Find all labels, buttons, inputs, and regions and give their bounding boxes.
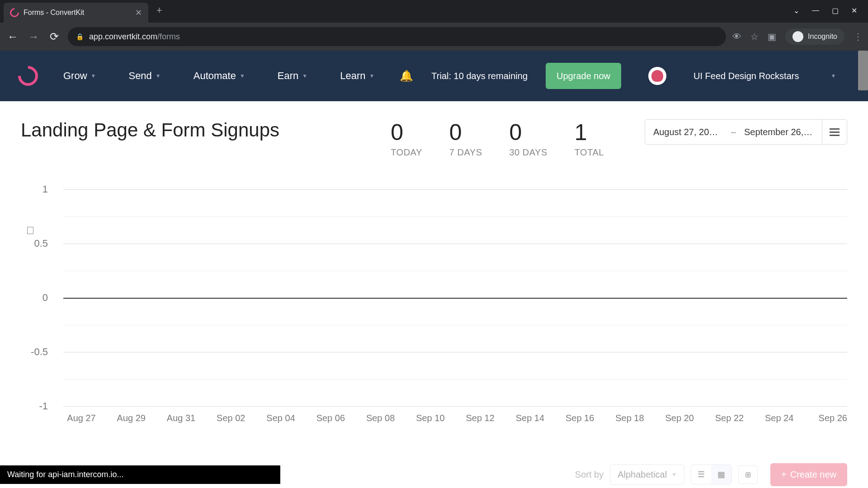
chevron-down-icon: ▼ <box>156 73 161 79</box>
x-tick: Sep 22 <box>711 413 747 423</box>
kebab-menu-icon[interactable]: ⋮ <box>854 31 863 42</box>
nav-learn[interactable]: Learn▼ <box>333 70 382 82</box>
x-tick: Aug 31 <box>163 413 199 423</box>
address-bar: ← → ⟳ 🔒 app.convertkit.com/forms 👁 ☆ ▣ 🕶… <box>0 23 868 51</box>
x-tick: Aug 29 <box>113 413 149 423</box>
back-button[interactable]: ← <box>5 30 20 43</box>
address-bar-right: 👁 ☆ ▣ 🕶 Incognito ⋮ <box>732 28 863 45</box>
x-tick: Sep 16 <box>562 413 598 423</box>
maximize-icon[interactable]: ▢ <box>832 6 839 15</box>
incognito-badge[interactable]: 🕶 Incognito <box>785 28 844 45</box>
chevron-down-icon: ▼ <box>671 471 677 478</box>
star-icon[interactable]: ☆ <box>750 31 759 42</box>
bell-icon[interactable]: 🔔 <box>400 70 413 82</box>
bottom-bar: Waiting for api-iam.intercom.io... Sort … <box>0 461 868 488</box>
new-tab-button[interactable]: + <box>148 5 170 16</box>
lock-icon: 🔒 <box>76 33 84 40</box>
chevron-down-icon: ▼ <box>91 73 96 79</box>
y-axis: 1 0.5 0 -0.5 -1 <box>21 189 57 406</box>
x-tick: Sep 20 <box>661 413 698 423</box>
x-tick: Sep 08 <box>363 413 399 423</box>
sort-label: Sort by <box>575 469 604 480</box>
view-toggle: ☰ ▦ <box>691 465 732 484</box>
chevron-down-icon[interactable]: ⌄ <box>793 6 799 15</box>
page-title: Landing Page & Form Signups <box>21 119 279 141</box>
logo-icon[interactable] <box>14 62 42 90</box>
stat-30days: 0 30 DAYS <box>509 119 547 158</box>
x-tick: Sep 10 <box>412 413 448 423</box>
grid-view-button[interactable]: ▦ <box>711 465 731 484</box>
hamburger-icon <box>830 128 840 136</box>
reload-button[interactable]: ⟳ <box>47 30 61 43</box>
status-bar: Waiting for api-iam.intercom.io... <box>0 465 280 484</box>
x-tick: Sep 12 <box>462 413 498 423</box>
date-separator: – <box>731 127 736 137</box>
panel-icon[interactable]: ▣ <box>768 31 776 42</box>
tab-title: Forms - ConvertKit <box>24 9 84 17</box>
signups-chart: 1 0.5 0 -0.5 -1 Aug 27Aug 29Aug 31Sep 02… <box>21 189 847 442</box>
account-name: UI Feed Design Rockstars <box>693 70 799 82</box>
stat-total: 1 TOTAL <box>575 119 604 158</box>
date-end[interactable]: September 26, 20… <box>736 127 822 137</box>
nav-earn[interactable]: Earn▼ <box>270 70 315 82</box>
trial-text: Trial: 10 days remaining <box>431 70 528 82</box>
x-tick: Sep 06 <box>312 413 349 423</box>
card-view-button[interactable]: ⊞ <box>738 465 758 484</box>
close-tab-icon[interactable]: ✕ <box>135 8 142 18</box>
scrollbar[interactable] <box>858 51 868 90</box>
minimize-icon[interactable]: — <box>812 6 819 15</box>
app-header: Grow▼ Send▼ Automate▼ Earn▼ Learn▼ 🔔 Tri… <box>0 51 868 101</box>
plus-icon: + <box>781 469 787 480</box>
avatar[interactable] <box>648 67 666 85</box>
date-start[interactable]: August 27, 20… <box>645 127 731 137</box>
favicon-icon <box>8 6 21 19</box>
stat-today: 0 TODAY <box>391 119 422 158</box>
browser-chrome: ⌄ — ▢ ✕ Forms - ConvertKit ✕ + ← → ⟳ 🔒 a… <box>0 0 868 51</box>
incognito-label: Incognito <box>808 33 837 41</box>
stat-7days: 0 7 DAYS <box>449 119 482 158</box>
url-domain: app.convertkit.com <box>89 32 157 41</box>
x-tick: Sep 18 <box>612 413 648 423</box>
chevron-down-icon: ▼ <box>240 73 245 79</box>
x-axis: Aug 27Aug 29Aug 31Sep 02Sep 04Sep 06Sep … <box>63 413 847 423</box>
incognito-icon: 🕶 <box>793 31 803 42</box>
url-path: /forms <box>157 32 180 41</box>
x-tick: Sep 14 <box>512 413 548 423</box>
account-dropdown[interactable]: ▼ <box>830 73 836 79</box>
browser-tab[interactable]: Forms - ConvertKit ✕ <box>4 3 148 23</box>
chart-grid <box>63 189 847 406</box>
close-window-icon[interactable]: ✕ <box>851 6 857 15</box>
stats: 0 TODAY 0 7 DAYS 0 30 DAYS 1 TOTAL <box>391 119 604 158</box>
nav-grow[interactable]: Grow▼ <box>56 70 103 82</box>
header-row: Landing Page & Form Signups 0 TODAY 0 7 … <box>21 119 847 158</box>
sort-area: Sort by Alphabetical ▼ ☰ ▦ ⊞ + Create ne… <box>575 463 847 486</box>
create-new-button[interactable]: + Create new <box>770 463 847 486</box>
main-content: Landing Page & Form Signups 0 TODAY 0 7 … <box>0 101 868 460</box>
tab-bar: Forms - ConvertKit ✕ + <box>0 0 868 23</box>
x-tick: Sep 02 <box>213 413 249 423</box>
x-tick: Sep 24 <box>761 413 797 423</box>
x-tick: Sep 04 <box>263 413 299 423</box>
date-menu-button[interactable] <box>822 120 847 144</box>
chevron-down-icon: ▼ <box>302 73 307 79</box>
x-tick: Sep 26 <box>811 413 847 423</box>
nav-send[interactable]: Send▼ <box>121 70 168 82</box>
window-controls: ⌄ — ▢ ✕ <box>783 0 868 21</box>
x-tick: Aug 27 <box>63 413 99 423</box>
eye-off-icon[interactable]: 👁 <box>732 32 741 42</box>
forward-button[interactable]: → <box>26 30 41 43</box>
nav-automate[interactable]: Automate▼ <box>186 70 252 82</box>
upgrade-button[interactable]: Upgrade now <box>546 63 621 89</box>
chevron-down-icon: ▼ <box>369 73 374 79</box>
url-input[interactable]: 🔒 app.convertkit.com/forms <box>68 27 726 46</box>
sort-select[interactable]: Alphabetical ▼ <box>610 465 684 485</box>
date-range-picker[interactable]: August 27, 20… – September 26, 20… <box>645 119 847 145</box>
list-view-button[interactable]: ☰ <box>691 465 711 484</box>
